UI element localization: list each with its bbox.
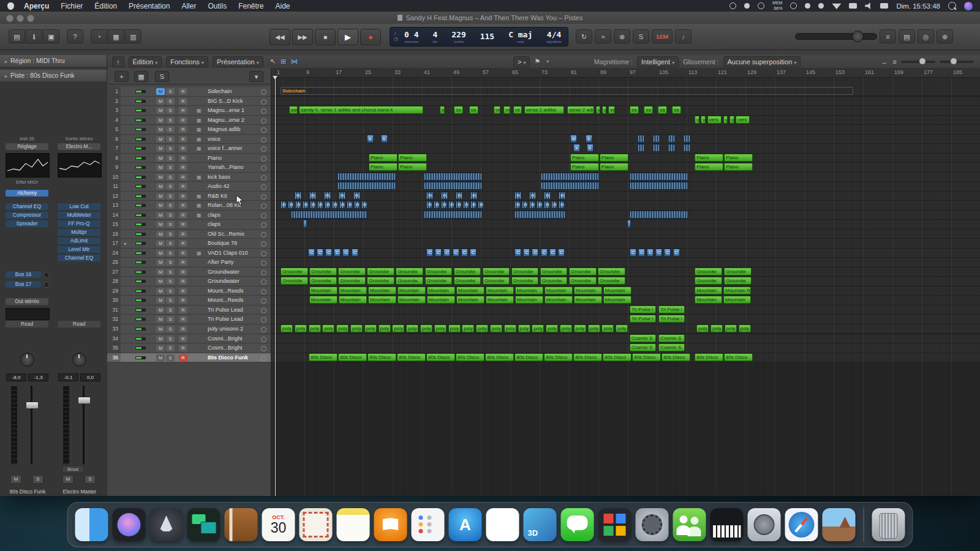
record-ring-icon[interactable] (261, 194, 266, 200)
region[interactable]: Groundw (338, 268, 366, 276)
region[interactable]: 80s Disco (632, 353, 661, 361)
mute-button[interactable]: M (156, 107, 165, 114)
region[interactable]: R (310, 201, 316, 209)
region[interactable]: poly (696, 324, 709, 332)
pictures-app-dock-icon[interactable] (821, 507, 857, 542)
region[interactable]: Mountain (339, 296, 367, 304)
track-name[interactable]: Groundwater (208, 268, 259, 277)
pan-knob[interactable] (20, 353, 34, 367)
mute-button[interactable]: M (156, 278, 165, 285)
track-name[interactable]: voice (208, 135, 259, 144)
region[interactable]: ve (494, 106, 500, 114)
ibooks-dock-icon[interactable] (373, 507, 409, 542)
track-name[interactable]: Rolan...08 Kit (208, 201, 259, 210)
region[interactable] (424, 211, 482, 219)
solo-button[interactable]: S (166, 231, 175, 238)
tracks-area[interactable]: 1917253341495765738189971051131211291371… (271, 68, 980, 496)
browsers-button[interactable]: ⊕ (937, 29, 953, 43)
region[interactable]: Mountain (695, 287, 722, 294)
region[interactable]: R (325, 201, 331, 209)
volume-fader[interactable] (78, 397, 91, 404)
region[interactable]: Cosmic S (630, 334, 656, 342)
region[interactable]: ve (513, 106, 522, 114)
region[interactable]: Groundw (724, 268, 752, 276)
play-button[interactable]: ▶ (337, 29, 358, 45)
region[interactable]: sa (469, 106, 478, 114)
region[interactable]: Mountain R (723, 287, 751, 294)
record-enable-button[interactable]: R (179, 354, 187, 361)
solo-button[interactable]: S (166, 193, 175, 200)
h-zoom-knob[interactable] (919, 58, 925, 64)
track-row-9[interactable]: 9MSRYamah...Piano (107, 163, 271, 173)
region[interactable]: Mountain (545, 287, 573, 294)
mute-button[interactable]: M (156, 117, 165, 124)
region[interactable]: R (361, 201, 368, 209)
region[interactable]: Mountain (603, 287, 631, 294)
region[interactable]: C (435, 249, 442, 257)
record-ring-icon[interactable] (261, 346, 266, 351)
strip-name[interactable]: 80s Disco Funk (1, 489, 54, 495)
region[interactable] (638, 135, 644, 143)
region[interactable]: R& (514, 192, 521, 200)
audio-fx-slot[interactable]: FF Pro-Q (58, 220, 100, 227)
solo-button[interactable]: S (166, 202, 175, 209)
region[interactable]: si (570, 135, 577, 143)
region[interactable] (630, 173, 688, 181)
lcd-field-4[interactable]: C majnote (506, 30, 535, 43)
record-enable-button[interactable]: R (179, 136, 187, 143)
track-row-35[interactable]: 35MSRCosmi...Bright (107, 343, 271, 353)
siri-icon[interactable] (964, 2, 973, 10)
record-enable-button[interactable]: R (179, 183, 187, 190)
region[interactable]: C (443, 249, 450, 257)
record-ring-icon[interactable] (261, 251, 266, 257)
track-row-33[interactable]: 33MSRpoly unisono 2 (107, 324, 271, 334)
region[interactable]: R (470, 201, 477, 209)
region[interactable]: Piano (570, 163, 599, 171)
lcd-field-0[interactable]: 0 4mesures (402, 30, 421, 43)
region[interactable]: Groundw (396, 268, 423, 276)
record-enable-button[interactable]: R (179, 278, 187, 285)
track-row-14[interactable]: 14MSR▦claps (107, 211, 271, 220)
mixer-button[interactable]: ▦ (108, 29, 124, 43)
record-ring-icon[interactable] (261, 232, 266, 238)
solo-button[interactable]: S (166, 335, 175, 342)
automation-mode-button[interactable]: Read (58, 321, 100, 328)
add-track-button[interactable]: + (115, 71, 129, 82)
region[interactable]: C (523, 249, 530, 257)
track-name[interactable]: Audio 42 (208, 182, 259, 191)
menu-item-7[interactable]: Aide (276, 2, 290, 10)
region[interactable]: Groundw (281, 268, 308, 276)
region[interactable]: Piano (695, 154, 723, 162)
track-row-34[interactable]: 34MSRCosmi...Bright (107, 334, 271, 344)
solo-button[interactable]: S (166, 250, 175, 257)
region[interactable]: Mountain (456, 287, 484, 294)
track-name[interactable]: R&B Kit (208, 192, 259, 201)
media-button[interactable]: ▣ (43, 29, 59, 43)
mute-button[interactable]: M (156, 316, 165, 323)
people-app-dock-icon[interactable] (672, 507, 707, 542)
region[interactable]: Mountain (427, 296, 455, 304)
record-ring-icon[interactable] (261, 156, 266, 162)
mute-button[interactable]: M (156, 269, 165, 276)
record-enable-button[interactable]: R (179, 316, 187, 323)
launchpad-dock-icon[interactable] (149, 507, 184, 542)
region[interactable]: 80s Disco (397, 353, 426, 361)
functions-menu[interactable]: Fonctions▾ (166, 56, 208, 67)
region[interactable] (630, 182, 688, 190)
region[interactable]: s (367, 135, 374, 143)
eq-thumbnail[interactable] (6, 153, 50, 178)
region[interactable]: poly (434, 324, 447, 332)
region[interactable]: R (478, 201, 484, 209)
mute-button[interactable]: M (156, 307, 165, 313)
solo-button[interactable]: S (166, 212, 175, 219)
track-row-28[interactable]: 28MSRGroundwater (107, 277, 271, 287)
solo-button[interactable]: S (166, 269, 175, 276)
solo-button[interactable]: S (166, 155, 175, 162)
region[interactable]: R (522, 201, 528, 209)
record-enable-button[interactable]: R (179, 145, 187, 152)
region[interactable]: poly (476, 324, 488, 332)
send-slot[interactable]: Bus 17 (6, 281, 41, 288)
region[interactable]: ve (695, 116, 699, 124)
region[interactable] (541, 173, 599, 181)
region[interactable]: C (453, 249, 459, 257)
